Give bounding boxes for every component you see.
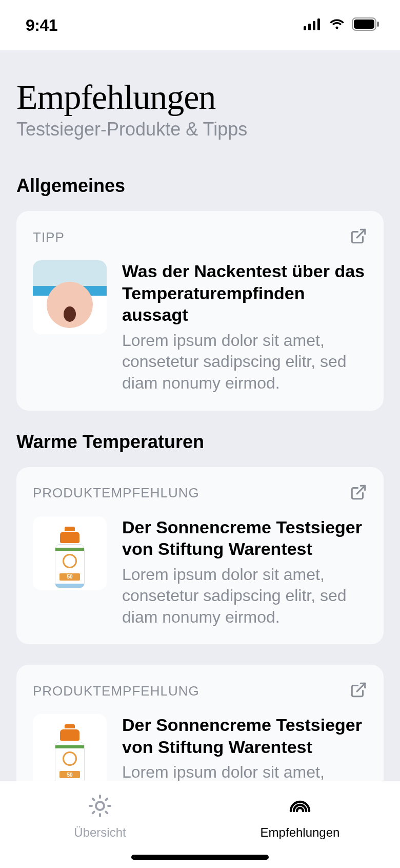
svg-rect-1: [308, 24, 311, 30]
tab-label: Übersicht: [74, 825, 126, 840]
svg-rect-5: [354, 20, 374, 29]
svg-rect-0: [304, 26, 306, 30]
card-description: Lorem ipsum dolor sit amet, consetetur s…: [122, 762, 367, 781]
card-title: Der Sonnencreme Testsieger von Stiftung …: [122, 714, 367, 758]
svg-line-8: [357, 486, 365, 494]
svg-rect-2: [313, 21, 315, 30]
external-link-icon[interactable]: [350, 681, 367, 701]
section-heading-general: Allgemeines: [16, 175, 384, 197]
external-link-icon[interactable]: [350, 227, 367, 247]
svg-rect-6: [377, 22, 379, 27]
card-description: Lorem ipsum dolor sit amet, consetetur s…: [122, 330, 367, 394]
svg-line-17: [93, 812, 94, 813]
status-time: 9:41: [26, 16, 57, 35]
sun-icon: [88, 794, 112, 820]
svg-line-18: [106, 799, 107, 800]
page-subtitle: Testsieger-Produkte & Tipps: [16, 119, 384, 140]
rainbow-icon: [288, 794, 312, 820]
svg-line-7: [357, 230, 365, 238]
home-indicator[interactable]: [131, 855, 269, 860]
svg-point-10: [96, 802, 104, 810]
svg-rect-3: [317, 18, 320, 30]
section-heading-warm: Warme Temperaturen: [16, 431, 384, 453]
card-title: Was der Nackentest über das Temperaturem…: [122, 260, 367, 326]
external-link-icon[interactable]: [350, 484, 367, 503]
tab-label: Empfehlungen: [261, 825, 340, 840]
status-bar: 9:41: [0, 0, 400, 50]
battery-icon: [352, 17, 379, 33]
card-image-baby: [33, 260, 107, 334]
wifi-icon: [328, 18, 346, 32]
card-image-sunscreen: 50: [33, 714, 107, 781]
svg-line-9: [357, 684, 365, 692]
svg-line-14: [106, 812, 107, 813]
tip-card[interactable]: TIPP Was der Nackentest über das Tempera…: [16, 211, 384, 410]
card-description: Lorem ipsum dolor sit amet, consetetur s…: [122, 564, 367, 628]
page-title: Empfehlungen: [16, 79, 384, 115]
product-card[interactable]: PRODUKTEMPFEHLUNG 50 Der Sonnencreme Tes…: [16, 467, 384, 645]
card-type-label: TIPP: [33, 229, 65, 245]
status-indicators: [304, 17, 379, 33]
svg-line-13: [93, 799, 94, 800]
tab-bar: Übersicht Empfehlungen: [0, 781, 400, 868]
card-type-label: PRODUKTEMPFEHLUNG: [33, 485, 199, 501]
cellular-icon: [304, 18, 322, 32]
content-area[interactable]: Empfehlungen Testsieger-Produkte & Tipps…: [0, 50, 400, 781]
product-card[interactable]: PRODUKTEMPFEHLUNG 50 Der Sonnencreme Tes…: [16, 665, 384, 781]
card-title: Der Sonnencreme Testsieger von Stiftung …: [122, 516, 367, 560]
page-header: Empfehlungen Testsieger-Produkte & Tipps: [16, 50, 384, 161]
card-image-sunscreen: 50: [33, 516, 107, 590]
card-type-label: PRODUKTEMPFEHLUNG: [33, 683, 199, 699]
